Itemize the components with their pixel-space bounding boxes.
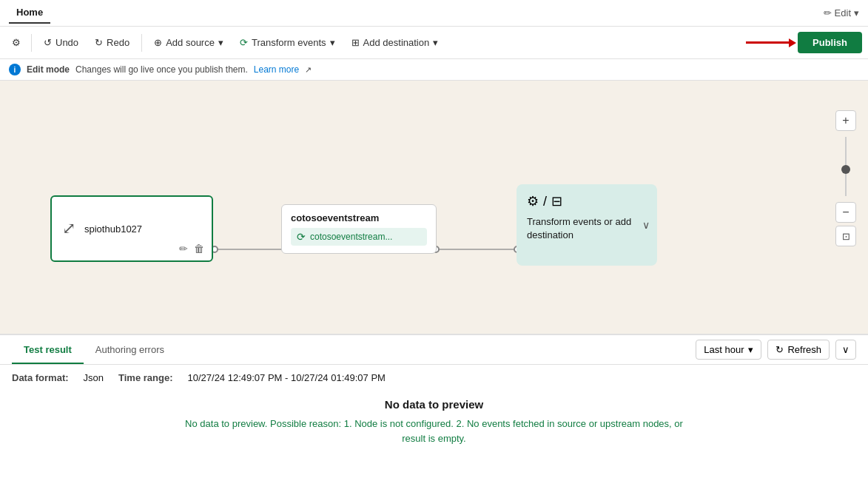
home-tab[interactable]: Home (9, 2, 50, 24)
add-destination-icon: ⊞ (351, 37, 360, 48)
time-range-value: 10/27/24 12:49:07 PM - 10/27/24 01:49:07… (188, 372, 386, 383)
stream-chip: ⟳ cotosoeventstream... (291, 228, 427, 246)
last-hour-select[interactable]: Last hour ▾ (696, 340, 761, 360)
transform-icon: ⟳ (240, 37, 248, 48)
bottom-controls: Last hour ▾ ↻ Refresh ∨ (696, 340, 856, 360)
redo-button[interactable]: ↻ Redo (87, 33, 137, 52)
expand-panel-button[interactable]: ∨ (835, 340, 856, 360)
edit-mode-label: Edit mode (27, 64, 70, 75)
add-destination-button[interactable]: ⊞ Add destination ▾ (344, 33, 446, 52)
undo-label: Undo (55, 37, 78, 48)
refresh-button[interactable]: ↻ Refresh (767, 340, 830, 360)
zoom-fit-button[interactable]: ⊡ (835, 226, 856, 246)
source-node-name: spiothub1027 (84, 223, 142, 235)
transform-label: Transform events (252, 37, 326, 48)
no-data-description: No data to preview. Possible reason: 1. … (175, 417, 693, 445)
toolbar: ⚙ ↺ Undo ↻ Redo ⊕ Add source ▾ ⟳ Transfo… (0, 27, 868, 59)
destination-chevron-icon[interactable]: ∨ (642, 219, 650, 231)
zoom-out-button[interactable]: − (835, 202, 856, 223)
add-source-label: Add source (166, 37, 215, 48)
source-node-actions: ✏ 🗑 (179, 243, 204, 255)
add-source-chevron-icon: ▾ (218, 37, 223, 48)
data-info-row: Data format: Json Time range: 10/27/24 1… (0, 365, 868, 391)
edit-label: Edit (835, 7, 851, 18)
title-bar: Home ✏ Edit ▾ (0, 0, 868, 27)
publish-button[interactable]: Publish (798, 32, 862, 53)
transform-chevron-icon: ▾ (330, 37, 335, 48)
destination-icons: ⚙ / ⊟ (527, 193, 647, 209)
red-arrow (746, 41, 790, 44)
zoom-controls: + − ⊡ (835, 110, 856, 246)
stream-chip-label: cotosoeventstream... (310, 232, 392, 242)
add-destination-label: Add destination (363, 37, 430, 48)
add-source-icon: ⊕ (154, 37, 162, 48)
zoom-slider-thumb[interactable] (841, 165, 850, 174)
data-format-value: Json (84, 372, 104, 383)
authoring-errors-label: Authoring errors (95, 344, 164, 355)
last-hour-label: Last hour (704, 344, 744, 355)
delete-node-icon[interactable]: 🗑 (194, 243, 204, 255)
destination-text: Transform events or add destination (527, 215, 647, 242)
refresh-icon: ↻ (776, 344, 784, 355)
separator-1 (31, 34, 32, 52)
bottom-tabs: Test result Authoring errors Last hour ▾… (0, 335, 868, 365)
stream-node-title: cotosoeventstream (291, 212, 427, 223)
stream-node[interactable]: cotosoeventstream ⟳ cotosoeventstream... (281, 204, 437, 254)
undo-icon: ↺ (44, 37, 52, 48)
settings-icon: ⚙ (12, 37, 21, 48)
edit-chevron-icon: ▾ (854, 7, 859, 18)
external-link-icon: ↗ (305, 65, 312, 75)
add-destination-chevron-icon: ▾ (433, 37, 438, 48)
edit-node-icon[interactable]: ✏ (179, 243, 188, 255)
settings-button[interactable]: ⚙ (6, 33, 27, 52)
edit-button[interactable]: ✏ Edit ▾ (824, 7, 859, 18)
test-result-label: Test result (24, 344, 72, 355)
no-data-title: No data to preview (385, 398, 483, 411)
undo-button[interactable]: ↺ Undo (36, 33, 86, 52)
tab-authoring-errors[interactable]: Authoring errors (84, 337, 176, 364)
edit-mode-subtext: Changes will go live once you publish th… (75, 64, 248, 75)
expand-chevron-icon: ∨ (842, 344, 850, 355)
no-data-section: No data to preview No data to preview. P… (0, 391, 868, 450)
last-hour-chevron-icon: ▾ (748, 344, 753, 355)
learn-more-link[interactable]: Learn more (254, 64, 299, 75)
source-node[interactable]: ⤢ spiothub1027 ✏ 🗑 (50, 195, 213, 262)
transform-events-button[interactable]: ⟳ Transform events ▾ (232, 33, 343, 52)
edit-icon: ✏ (824, 7, 832, 18)
destination-node[interactable]: ⚙ / ⊟ Transform events or add destinatio… (517, 184, 657, 266)
redo-icon: ↻ (95, 37, 103, 48)
info-icon: i (9, 64, 21, 75)
arrow-dest-icon: ⊟ (551, 193, 562, 209)
separator-2 (141, 34, 142, 52)
data-format-label: Data format: (12, 372, 69, 383)
zoom-slider-track (845, 137, 847, 196)
tab-test-result[interactable]: Test result (12, 337, 84, 364)
bottom-panel: Test result Authoring errors Last hour ▾… (0, 334, 868, 478)
separator-dest: / (543, 194, 547, 209)
redo-label: Redo (107, 37, 129, 48)
add-source-button[interactable]: ⊕ Add source ▾ (147, 33, 231, 52)
edit-mode-bar: i Edit mode Changes will go live once yo… (0, 59, 868, 81)
no-data-desc-text: No data to preview. Possible reason: 1. … (185, 418, 683, 444)
refresh-label: Refresh (787, 344, 821, 355)
source-node-icon: ⤢ (62, 219, 75, 238)
stream-chip-icon: ⟳ (297, 231, 306, 243)
time-range-label: Time range: (118, 372, 172, 383)
arrow-indicator (746, 41, 796, 44)
settings-dest-icon: ⚙ (527, 193, 539, 209)
zoom-in-button[interactable]: + (835, 110, 856, 131)
